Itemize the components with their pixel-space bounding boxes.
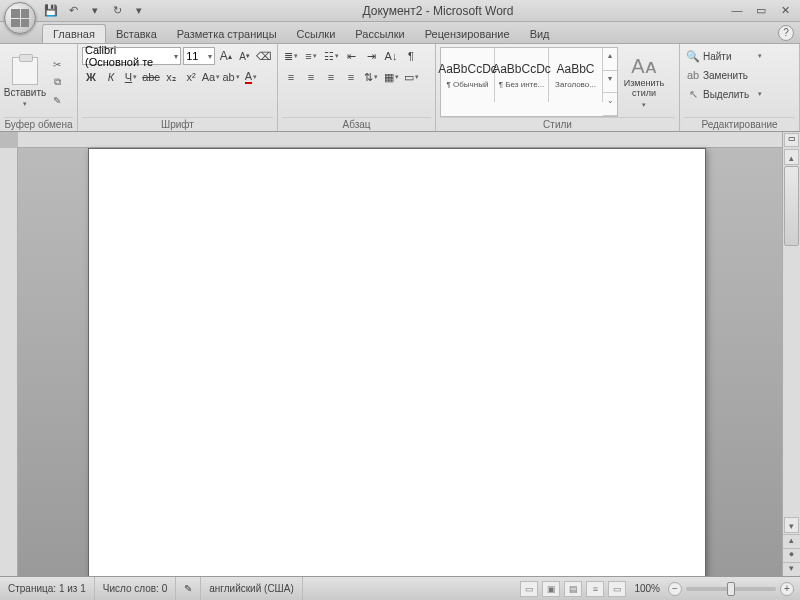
gallery-down-icon[interactable]: ▾: [603, 71, 617, 94]
replace-button[interactable]: abЗаменить: [684, 66, 764, 84]
align-center-icon[interactable]: ≡: [302, 68, 320, 86]
chevron-down-icon: ▾: [172, 52, 178, 61]
strikethrough-icon[interactable]: abc: [142, 68, 160, 86]
qat-customize-icon[interactable]: ▾: [130, 3, 148, 19]
gallery-up-icon[interactable]: ▴: [603, 48, 617, 71]
cut-icon[interactable]: ✂: [48, 56, 66, 72]
prev-page-icon[interactable]: ▴: [783, 534, 800, 548]
zoom-slider-handle[interactable]: [727, 582, 735, 596]
show-marks-icon[interactable]: ¶: [402, 47, 420, 65]
font-name-combo[interactable]: Calibri (Основной те▾: [82, 47, 181, 65]
print-layout-view-icon[interactable]: ▭: [520, 581, 538, 597]
tab-references[interactable]: Ссылки: [287, 25, 346, 43]
clear-formatting-icon[interactable]: ⌫: [255, 47, 273, 65]
style-normal[interactable]: AaBbCcDc¶ Обычный: [441, 48, 495, 102]
bold-icon[interactable]: Ж: [82, 68, 100, 86]
format-painter-icon[interactable]: ✎: [48, 92, 66, 108]
document-page[interactable]: [88, 148, 706, 576]
zoom-in-button[interactable]: +: [780, 582, 794, 596]
status-spellcheck[interactable]: ✎: [176, 577, 201, 600]
shading-icon[interactable]: ▦: [382, 68, 400, 86]
vertical-ruler[interactable]: [0, 148, 18, 576]
zoom-level[interactable]: 100%: [630, 583, 664, 594]
borders-icon[interactable]: ▭: [402, 68, 420, 86]
group-editing: 🔍Найти abЗаменить ↖Выделить Редактирован…: [680, 44, 800, 131]
ribbon-tabs: Главная Вставка Разметка страницы Ссылки…: [0, 22, 800, 44]
underline-icon[interactable]: Ч: [122, 68, 140, 86]
tab-page-layout[interactable]: Разметка страницы: [167, 25, 287, 43]
group-font-label: Шрифт: [82, 117, 273, 131]
tab-review[interactable]: Рецензирование: [415, 25, 520, 43]
increase-indent-icon[interactable]: ⇥: [362, 47, 380, 65]
line-spacing-icon[interactable]: ⇅: [362, 68, 380, 86]
outline-view-icon[interactable]: ≡: [586, 581, 604, 597]
group-styles: AaBbCcDc¶ Обычный AaBbCcDc¶ Без инте... …: [436, 44, 680, 131]
zoom-slider[interactable]: [686, 587, 776, 591]
horizontal-ruler[interactable]: [18, 132, 782, 148]
office-button[interactable]: [4, 2, 36, 34]
next-page-icon[interactable]: ▾: [783, 562, 800, 576]
spellcheck-icon: ✎: [184, 583, 192, 594]
tab-insert[interactable]: Вставка: [106, 25, 167, 43]
scroll-up-icon[interactable]: ▴: [784, 149, 799, 165]
paste-label: Вставить: [4, 87, 46, 98]
style-no-spacing[interactable]: AaBbCcDc¶ Без инте...: [495, 48, 549, 102]
justify-icon[interactable]: ≡: [342, 68, 360, 86]
scroll-thumb[interactable]: [784, 166, 799, 246]
browse-object-icon[interactable]: ●: [783, 548, 800, 562]
change-case-icon[interactable]: Aa: [202, 68, 220, 86]
style-heading1[interactable]: AaBbCЗаголово...: [549, 48, 603, 102]
title-bar: 💾 ↶ ▾ ↻ ▾ Документ2 - Microsoft Word ― ▭…: [0, 0, 800, 22]
font-color-icon[interactable]: A: [242, 68, 260, 86]
style-label: Заголово...: [551, 80, 600, 89]
web-layout-view-icon[interactable]: ▤: [564, 581, 582, 597]
align-right-icon[interactable]: ≡: [322, 68, 340, 86]
scroll-track[interactable]: [783, 166, 800, 516]
tab-home[interactable]: Главная: [42, 24, 106, 43]
highlight-color-icon[interactable]: ab: [222, 68, 240, 86]
scroll-down-icon[interactable]: ▾: [784, 517, 799, 533]
italic-icon[interactable]: К: [102, 68, 120, 86]
close-button[interactable]: ✕: [776, 4, 794, 18]
select-icon: ↖: [686, 88, 700, 101]
undo-icon[interactable]: ↶: [64, 3, 82, 19]
change-styles-button[interactable]: Aᴀ Изменить стили ▾: [620, 47, 668, 117]
minimize-button[interactable]: ―: [728, 4, 746, 18]
group-clipboard-label: Буфер обмена: [4, 117, 73, 131]
status-word-count[interactable]: Число слов: 0: [95, 577, 176, 600]
maximize-button[interactable]: ▭: [752, 4, 770, 18]
find-label: Найти: [703, 51, 732, 62]
copy-icon[interactable]: ⧉: [48, 74, 66, 90]
save-icon[interactable]: 💾: [42, 3, 60, 19]
tab-mailings[interactable]: Рассылки: [345, 25, 414, 43]
paste-button[interactable]: Вставить ▾: [4, 47, 46, 117]
help-icon[interactable]: ?: [778, 25, 794, 41]
decrease-indent-icon[interactable]: ⇤: [342, 47, 360, 65]
shrink-font-icon[interactable]: A▾: [236, 47, 253, 65]
style-sample: AaBbC: [556, 62, 594, 76]
grow-font-icon[interactable]: A▴: [217, 47, 234, 65]
group-paragraph: ≣ ≡ ☷ ⇤ ⇥ A↓ ¶ ≡ ≡ ≡ ≡ ⇅ ▦ ▭ Абзац: [278, 44, 436, 131]
gallery-more-icon[interactable]: ⌄: [603, 93, 617, 116]
draft-view-icon[interactable]: ▭: [608, 581, 626, 597]
align-left-icon[interactable]: ≡: [282, 68, 300, 86]
subscript-icon[interactable]: x₂: [162, 68, 180, 86]
tab-view[interactable]: Вид: [520, 25, 560, 43]
multilevel-list-icon[interactable]: ☷: [322, 47, 340, 65]
ruler-toggle-icon[interactable]: ▭: [784, 133, 799, 147]
ribbon: Вставить ▾ ✂ ⧉ ✎ Буфер обмена Calibri (О…: [0, 44, 800, 132]
select-button[interactable]: ↖Выделить: [684, 85, 764, 103]
bullets-icon[interactable]: ≣: [282, 47, 300, 65]
redo-icon[interactable]: ↻: [108, 3, 126, 19]
numbering-icon[interactable]: ≡: [302, 47, 320, 65]
select-label: Выделить: [703, 89, 749, 100]
qat-dropdown-icon[interactable]: ▾: [86, 3, 104, 19]
full-screen-view-icon[interactable]: ▣: [542, 581, 560, 597]
font-size-combo[interactable]: 11▾: [183, 47, 215, 65]
sort-icon[interactable]: A↓: [382, 47, 400, 65]
status-language[interactable]: английский (США): [201, 577, 303, 600]
zoom-out-button[interactable]: −: [668, 582, 682, 596]
find-button[interactable]: 🔍Найти: [684, 47, 764, 65]
superscript-icon[interactable]: x²: [182, 68, 200, 86]
status-page[interactable]: Страница: 1 из 1: [0, 577, 95, 600]
